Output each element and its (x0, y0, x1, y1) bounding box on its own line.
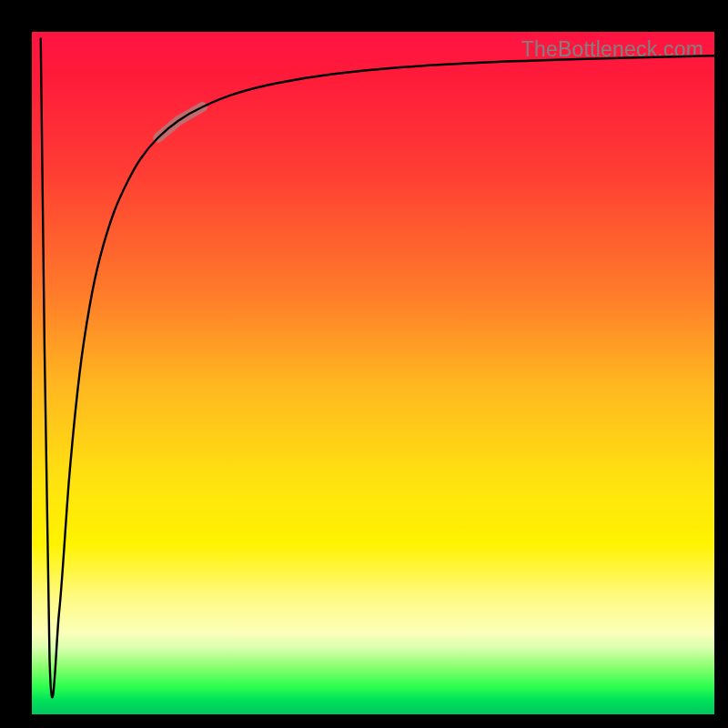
chart-area: TheBottleneck.com (32, 32, 714, 714)
curve-svg (32, 32, 714, 714)
bottleneck-curve (41, 39, 714, 698)
highlight-region (158, 107, 203, 138)
chart-frame: TheBottleneck.com (0, 0, 728, 728)
